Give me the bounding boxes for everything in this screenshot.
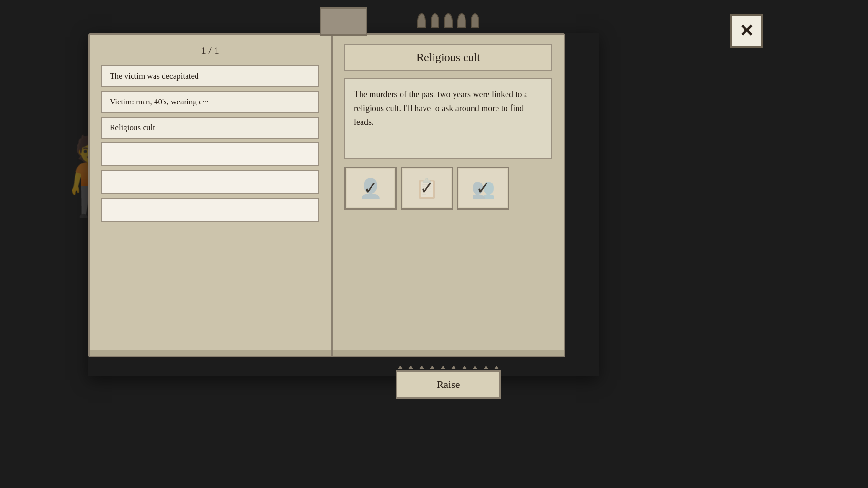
clue-item-1[interactable]: The victim was decapitated [101, 65, 319, 87]
clue-item-3[interactable]: Religious cult [101, 117, 319, 139]
clue-item-6[interactable] [101, 198, 319, 222]
right-page-bottom-decoration [333, 350, 564, 356]
right-page-description: The murders of the past two years were l… [344, 78, 552, 159]
checkmark-2[interactable]: 📋 ✓ [401, 167, 453, 210]
clue-item-4[interactable] [101, 142, 319, 166]
clue-item-5[interactable] [101, 170, 319, 194]
clue-item-2[interactable]: Victim: man, 40's, wearing c··· [101, 91, 319, 113]
tri-icon-5 [441, 366, 445, 369]
right-page-title: Religious cult [344, 44, 552, 71]
spiral-binding [417, 13, 479, 28]
tri-icon-9 [484, 366, 488, 369]
book-binding-tab [320, 7, 367, 36]
open-book: 1 / 1 The victim was decapitated Victim:… [88, 33, 599, 376]
left-page: 1 / 1 The victim was decapitated Victim:… [88, 33, 331, 357]
close-icon: ✕ [739, 21, 754, 41]
tri-icon-3 [419, 366, 424, 369]
raise-area: Raise [396, 366, 501, 399]
tri-icon-8 [473, 366, 477, 369]
checkmark-1[interactable]: 👤 ✓ [344, 167, 397, 210]
raise-dots [396, 366, 501, 369]
checkmark-symbol-2: ✓ [420, 178, 434, 198]
tri-icon-7 [462, 366, 467, 369]
right-page: Religious cult The murders of the past t… [331, 33, 565, 357]
close-button[interactable]: ✕ [730, 14, 763, 48]
page-counter: 1 / 1 [101, 44, 319, 57]
tri-icon-2 [408, 366, 413, 369]
raise-button[interactable]: Raise [396, 370, 501, 399]
tri-icon-10 [494, 366, 499, 369]
page-bottom-decoration [90, 350, 331, 356]
tri-icon-4 [430, 366, 434, 369]
tri-icon-6 [451, 366, 456, 369]
checkmark-symbol-1: ✓ [363, 178, 378, 198]
checkmark-symbol-3: ✓ [476, 178, 490, 198]
checkmark-3[interactable]: 👥 ✓ [457, 167, 509, 210]
checkmarks-row: 👤 ✓ 📋 ✓ 👥 ✓ [344, 167, 552, 210]
tri-icon-1 [398, 366, 403, 369]
